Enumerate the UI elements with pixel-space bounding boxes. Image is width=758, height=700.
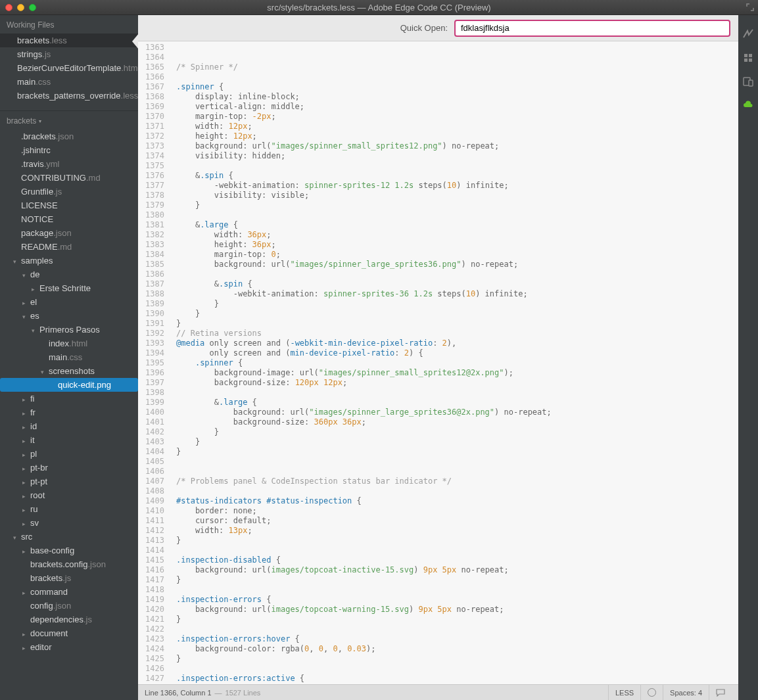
code-line[interactable]: margin-top: 0; — [176, 250, 738, 260]
tree-file[interactable]: main.css — [0, 350, 138, 364]
tree-folder[interactable]: ▸fr — [0, 406, 138, 419]
tree-folder[interactable]: ▸command — [0, 585, 138, 599]
tree-folder[interactable]: ▾de — [0, 268, 138, 281]
code-line[interactable]: .inspection-errors:active { — [176, 674, 738, 684]
tree-file[interactable]: .brackets.json — [0, 129, 138, 143]
language-mode[interactable]: LESS — [608, 685, 640, 701]
project-header[interactable]: brackets ▾ — [0, 110, 138, 129]
working-file-item[interactable]: brackets_patterns_override.less — [0, 89, 138, 103]
code-line[interactable]: .inspection-disabled { — [176, 555, 738, 565]
code-line[interactable]: &.spin { — [176, 171, 738, 181]
tree-file[interactable]: .jshintrc — [0, 143, 138, 157]
code-line[interactable]: #status-indicators #status-inspection { — [176, 496, 738, 506]
code-line[interactable] — [176, 210, 738, 220]
code-line[interactable]: &.spin { — [176, 279, 738, 289]
tree-folder[interactable]: ▾screenshots — [0, 364, 138, 378]
code-line[interactable]: height: 12px; — [176, 131, 738, 141]
code-line[interactable]: } — [176, 437, 738, 447]
indent-setting[interactable]: Spaces: 4 — [663, 685, 709, 701]
code-line[interactable]: background: url(images/topcoat-warning-1… — [176, 605, 738, 615]
code-line[interactable]: &.large { — [176, 398, 738, 408]
sync-cloud-icon[interactable] — [742, 99, 754, 111]
code-line[interactable]: } — [176, 299, 738, 309]
tree-file[interactable]: NOTICE — [0, 212, 138, 226]
tree-file[interactable]: CONTRIBUTING.md — [0, 171, 138, 185]
code-line[interactable]: } — [176, 575, 738, 585]
code-line[interactable] — [176, 43, 738, 53]
code-content[interactable]: /* Spinner */ .spinner { display: inline… — [170, 41, 738, 684]
code-line[interactable]: only screen and (min-device-pixel-ratio:… — [176, 348, 738, 358]
tree-folder[interactable]: ▸base-config — [0, 544, 138, 557]
code-line[interactable]: margin-top: -2px; — [176, 112, 738, 122]
tree-file[interactable]: .travis.yml — [0, 157, 138, 171]
window-close-button[interactable] — [5, 4, 12, 11]
code-line[interactable] — [176, 486, 738, 496]
tree-folder[interactable]: ▾src — [0, 530, 138, 544]
working-file-item[interactable]: BezierCurveEditorTemplate.html — [0, 61, 138, 75]
tree-folder[interactable]: ▸pt-br — [0, 461, 138, 475]
tree-folder[interactable]: ▸el — [0, 295, 138, 309]
tree-folder[interactable]: ▾samples — [0, 254, 138, 268]
code-line[interactable]: height: 36px; — [176, 240, 738, 250]
tree-folder[interactable]: ▸fi — [0, 392, 138, 406]
tree-folder[interactable]: ▸id — [0, 419, 138, 433]
window-zoom-button[interactable] — [29, 4, 36, 11]
code-line[interactable]: width: 13px; — [176, 526, 738, 536]
working-file-item[interactable]: strings.js — [0, 47, 138, 61]
code-line[interactable] — [176, 664, 738, 674]
code-line[interactable]: } — [176, 200, 738, 210]
extension-manager-icon[interactable] — [742, 52, 754, 64]
code-line[interactable]: background: url(images/topcoat-inactive-… — [176, 565, 738, 575]
code-line[interactable]: width: 12px; — [176, 122, 738, 131]
code-line[interactable] — [176, 467, 738, 477]
code-line[interactable]: border: none; — [176, 506, 738, 516]
fullscreen-icon[interactable] — [746, 3, 754, 11]
code-line[interactable]: } — [176, 309, 738, 319]
code-line[interactable]: background-size: 120px 12px; — [176, 378, 738, 388]
code-line[interactable]: .inspection-errors:hover { — [176, 634, 738, 644]
code-line[interactable]: // Retina versions — [176, 329, 738, 338]
code-line[interactable]: background: url("images/spinner_large_sp… — [176, 408, 738, 417]
code-editor[interactable]: 1363136413651366136713681369137013711372… — [138, 41, 738, 684]
code-line[interactable]: .inspection-errors { — [176, 595, 738, 605]
code-line[interactable]: } — [176, 319, 738, 329]
tree-folder[interactable]: ▾Primeros Pasos — [0, 323, 138, 337]
live-preview-icon[interactable] — [742, 28, 754, 40]
code-line[interactable] — [176, 269, 738, 279]
tree-file[interactable]: index.html — [0, 337, 138, 350]
code-line[interactable]: display: inline-block; — [176, 92, 738, 102]
devices-icon[interactable] — [742, 76, 754, 87]
tree-folder[interactable]: ▸pl — [0, 447, 138, 461]
tree-folder[interactable]: ▸ru — [0, 502, 138, 516]
working-file-item[interactable]: brackets.less — [0, 34, 138, 47]
tree-folder[interactable]: ▸pt-pt — [0, 475, 138, 488]
tree-file[interactable]: config.json — [0, 599, 138, 613]
code-line[interactable]: } — [176, 447, 738, 457]
tree-folder[interactable]: ▾es — [0, 309, 138, 323]
code-line[interactable]: /* Problems panel & CodeInspection statu… — [176, 477, 738, 486]
tree-folder[interactable]: ▸Erste Schritte — [0, 281, 138, 295]
code-line[interactable] — [176, 72, 738, 82]
code-line[interactable] — [176, 624, 738, 634]
tree-file[interactable]: README.md — [0, 240, 138, 254]
code-line[interactable]: @media only screen and (-webkit-min-devi… — [176, 338, 738, 348]
code-line[interactable]: cursor: default; — [176, 516, 738, 526]
code-line[interactable]: background-color: rgba(0, 0, 0, 0.03); — [176, 644, 738, 654]
code-line[interactable]: background-size: 360px 36px; — [176, 417, 738, 427]
tree-file[interactable]: dependencies.js — [0, 613, 138, 626]
code-line[interactable]: } — [176, 536, 738, 546]
code-line[interactable] — [176, 457, 738, 467]
tree-file[interactable]: brackets.config.json — [0, 557, 138, 571]
code-line[interactable]: visibility: visible; — [176, 191, 738, 200]
tree-folder[interactable]: ▸root — [0, 488, 138, 502]
code-line[interactable] — [176, 546, 738, 555]
code-line[interactable]: background-image: url("images/spinner_sm… — [176, 368, 738, 378]
code-line[interactable]: } — [176, 654, 738, 664]
code-line[interactable]: visibility: hidden; — [176, 151, 738, 161]
tree-file[interactable]: quick-edit.png — [0, 378, 138, 392]
code-line[interactable]: .spinner { — [176, 358, 738, 368]
chat-icon[interactable] — [709, 685, 732, 701]
cursor-position[interactable]: Line 1366, Column 1 — [145, 689, 212, 697]
window-minimize-button[interactable] — [17, 4, 24, 11]
code-line[interactable]: -webkit-animation: spinner-sprites-12 1.… — [176, 181, 738, 191]
